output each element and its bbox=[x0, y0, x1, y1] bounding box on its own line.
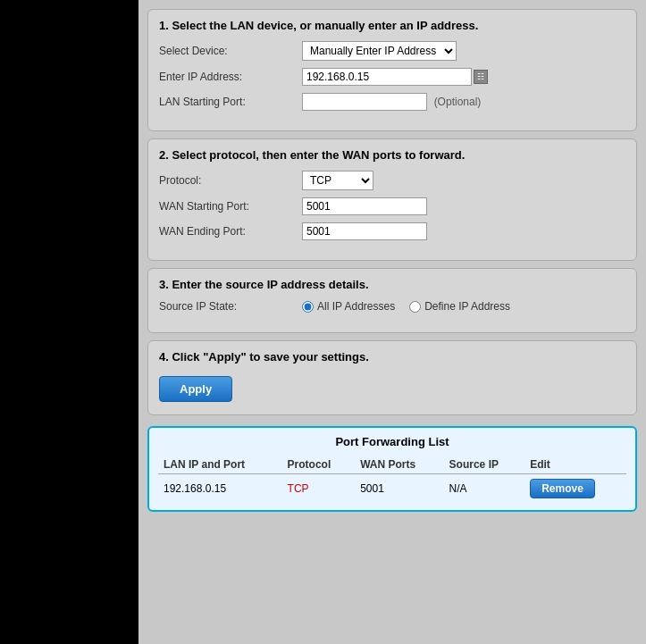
port-forwarding-container: Port Forwarding List LAN IP and Port Pro… bbox=[147, 426, 637, 512]
cell-source-ip: N/A bbox=[444, 474, 525, 504]
remove-button[interactable]: Remove bbox=[530, 479, 595, 498]
select-device-dropdown[interactable]: Manually Enter IP Address bbox=[302, 41, 457, 61]
wan-starting-port-input[interactable] bbox=[302, 197, 427, 215]
section2-box: 2. Select protocol, then enter the WAN p… bbox=[147, 138, 637, 261]
wan-ending-port-row: WAN Ending Port: bbox=[159, 222, 625, 240]
cell-protocol: TCP bbox=[282, 474, 356, 504]
lan-starting-port-input[interactable] bbox=[302, 93, 427, 111]
cell-wan-ports: 5001 bbox=[355, 474, 443, 504]
wan-ending-port-control bbox=[302, 222, 625, 240]
table-header-row: LAN IP and Port Protocol WAN Ports Sourc… bbox=[158, 456, 626, 474]
protocol-label: Protocol: bbox=[159, 174, 302, 187]
section4-title: 4. Click "Apply" to save your settings. bbox=[159, 350, 625, 364]
port-forwarding-title: Port Forwarding List bbox=[158, 435, 626, 448]
enter-ip-input[interactable] bbox=[302, 68, 472, 86]
define-ip-label[interactable]: Define IP Address bbox=[409, 300, 510, 313]
all-ip-radio[interactable] bbox=[302, 301, 314, 313]
optional-text: (Optional) bbox=[434, 96, 482, 108]
enter-ip-control: ☷ bbox=[302, 68, 625, 86]
col-lan-ip: LAN IP and Port bbox=[158, 456, 282, 474]
section1-title: 1. Select the LAN device, or manually en… bbox=[159, 19, 625, 32]
lan-starting-port-label: LAN Starting Port: bbox=[159, 96, 302, 108]
enter-ip-row: Enter IP Address: ☷ bbox=[159, 68, 625, 86]
select-device-label: Select Device: bbox=[159, 45, 302, 57]
cell-edit: Remove bbox=[524, 474, 626, 504]
wan-starting-port-row: WAN Starting Port: bbox=[159, 197, 625, 215]
section3-box: 3. Enter the source IP address details. … bbox=[147, 268, 637, 333]
source-ip-label: Source IP State: bbox=[159, 300, 302, 313]
define-ip-radio[interactable] bbox=[409, 301, 421, 313]
protocol-control: TCP bbox=[302, 171, 625, 190]
define-ip-text: Define IP Address bbox=[424, 300, 510, 313]
section2-title: 2. Select protocol, then enter the WAN p… bbox=[159, 148, 625, 162]
all-ip-label[interactable]: All IP Addresses bbox=[302, 300, 395, 313]
wan-ending-port-input[interactable] bbox=[302, 222, 427, 240]
cell-lan-ip: 192.168.0.15 bbox=[158, 474, 282, 504]
wan-starting-port-control bbox=[302, 197, 625, 215]
port-forwarding-table: LAN IP and Port Protocol WAN Ports Sourc… bbox=[158, 456, 626, 503]
col-wan-ports: WAN Ports bbox=[355, 456, 443, 474]
wan-ending-port-label: WAN Ending Port: bbox=[159, 225, 302, 238]
protocol-row: Protocol: TCP bbox=[159, 171, 625, 190]
main-content: 1. Select the LAN device, or manually en… bbox=[138, 0, 646, 644]
left-panel bbox=[0, 0, 138, 644]
wan-starting-port-label: WAN Starting Port: bbox=[159, 200, 302, 213]
source-ip-row: Source IP State: All IP Addresses Define… bbox=[159, 300, 625, 313]
lan-port-control: (Optional) bbox=[302, 93, 625, 111]
section1-box: 1. Select the LAN device, or manually en… bbox=[147, 9, 637, 131]
port-forwarding-inner: Port Forwarding List LAN IP and Port Pro… bbox=[149, 428, 635, 510]
ip-icon[interactable]: ☷ bbox=[474, 70, 488, 84]
section3-title: 3. Enter the source IP address details. bbox=[159, 278, 625, 291]
protocol-dropdown[interactable]: TCP bbox=[302, 171, 373, 190]
source-ip-options: All IP Addresses Define IP Address bbox=[302, 300, 625, 313]
all-ip-text: All IP Addresses bbox=[317, 300, 395, 313]
lan-port-row: LAN Starting Port: (Optional) bbox=[159, 93, 625, 111]
apply-button[interactable]: Apply bbox=[159, 376, 232, 402]
select-device-control: Manually Enter IP Address bbox=[302, 41, 625, 61]
col-protocol: Protocol bbox=[282, 456, 356, 474]
col-edit: Edit bbox=[524, 456, 626, 474]
select-device-row: Select Device: Manually Enter IP Address bbox=[159, 41, 625, 61]
table-row: 192.168.0.15 TCP 5001 N/A Remove bbox=[158, 474, 626, 504]
section4-box: 4. Click "Apply" to save your settings. … bbox=[147, 340, 637, 415]
enter-ip-label: Enter IP Address: bbox=[159, 71, 302, 83]
col-source-ip: Source IP bbox=[444, 456, 525, 474]
